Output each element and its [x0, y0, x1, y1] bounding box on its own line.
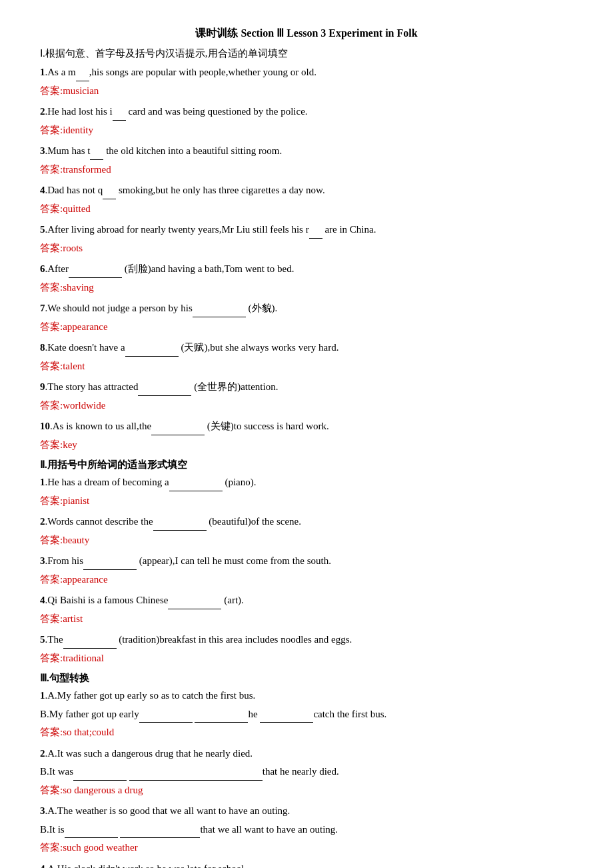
section2-header: Ⅱ.用括号中所给词的适当形式填空 — [40, 459, 573, 471]
page-title: 课时训练 Section Ⅲ Lesson 3 Experiment in Fo… — [40, 27, 573, 41]
section2-a3: 答案:appearance — [40, 571, 573, 589]
section1-q1: 1.As a m,his songs are popular with peop… — [40, 64, 573, 81]
section3-q4a: 4.A.His clock didn't work,so he was late… — [40, 861, 573, 869]
section1-q10: 10.As is known to us all,the (关键)to succ… — [40, 418, 573, 435]
section2-q4: 4.Qi Baishi is a famous Chinese (art). — [40, 592, 573, 609]
section2-a5: 答案:traditional — [40, 650, 573, 667]
section1-q2: 2.He had lost his i card and was being q… — [40, 103, 573, 121]
section1-a9: 答案:worldwide — [40, 397, 573, 415]
section3-q3a: 3.A.The weather is so good that we all w… — [40, 803, 573, 820]
section2-a2: 答案:beauty — [40, 532, 573, 549]
section3-q1b: B.My father got up early he catch the fi… — [40, 706, 573, 723]
section1-q7: 7.We should not judge a person by his (外… — [40, 300, 573, 317]
section3-q1a: 1.A.My father got up early so as to catc… — [40, 687, 573, 705]
section1-a5: 答案:roots — [40, 240, 573, 257]
section3-a2: 答案:so dangerous a drug — [40, 782, 573, 799]
section1-a6: 答案:shaving — [40, 279, 573, 297]
section1-q8: 8.Kate doesn't have a (天赋),but she alway… — [40, 339, 573, 357]
section1-q9: 9.The story has attracted (全世界的)attentio… — [40, 379, 573, 396]
section2-q2: 2.Words cannot describe the (beautiful)o… — [40, 513, 573, 531]
section3-q2b: B.It was that he nearly died. — [40, 763, 573, 781]
section3-a1: 答案:so that;could — [40, 724, 573, 741]
section1-a4: 答案:quitted — [40, 201, 573, 218]
section1-q5: 5.After living abroad for nearly twenty … — [40, 221, 573, 239]
section2-a1: 答案:pianist — [40, 493, 573, 510]
section2-a4: 答案:artist — [40, 611, 573, 628]
section1-a3: 答案:transformed — [40, 161, 573, 179]
section3-header: Ⅲ.句型转换 — [40, 672, 573, 685]
section1-a7: 答案:appearance — [40, 319, 573, 336]
section1-q3: 3.Mum has t the old kitchen into a beaut… — [40, 143, 573, 160]
section1-a8: 答案:talent — [40, 358, 573, 375]
section3-q3b: B.It is that we all want to have an outi… — [40, 821, 573, 839]
section3-q2a: 2.A.It was such a dangerous drug that he… — [40, 745, 573, 763]
section1-q4: 4.Dad has not q smoking,but he only has … — [40, 182, 573, 199]
section1-a2: 答案:identity — [40, 122, 573, 139]
section1-a1: 答案:musician — [40, 83, 573, 100]
section1-a10: 答案:key — [40, 437, 573, 454]
section1-header: Ⅰ.根据句意、首字母及括号内汉语提示,用合适的单词填空 — [40, 47, 573, 60]
section3-a3: 答案:such good weather — [40, 839, 573, 857]
section1-q6: 6.After (刮脸)and having a bath,Tom went t… — [40, 261, 573, 278]
section2-q1: 1.He has a dream of becoming a (piano). — [40, 474, 573, 491]
section2-q3: 3.From his (appear),I can tell he must c… — [40, 553, 573, 570]
section2-q5: 5.The (tradition)breakfast in this area … — [40, 631, 573, 649]
